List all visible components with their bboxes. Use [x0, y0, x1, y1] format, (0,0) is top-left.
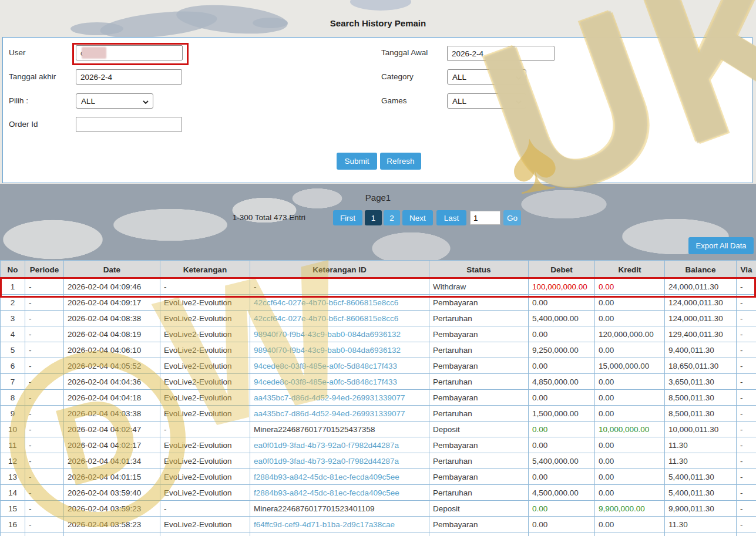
chevron-down-icon	[516, 97, 522, 106]
cell-date: 2026-02-04 04:03:38	[64, 406, 160, 422]
cell-empty	[1, 532, 25, 536]
export-all-data-button[interactable]: Export All Data	[688, 237, 754, 254]
cell-via: -	[737, 295, 756, 311]
cell-periode: -	[25, 517, 64, 532]
cell-periode: -	[25, 469, 64, 485]
history-table: No Periode Date Keterangan Keterangan ID…	[0, 260, 756, 536]
cell-keterangan: EvoLive2-Evolution	[160, 390, 250, 406]
cell-via: -	[737, 517, 756, 532]
cell-via: -	[737, 485, 756, 501]
cell-status: Pembayaran	[429, 390, 529, 406]
tanggal-awal-input[interactable]	[447, 46, 555, 61]
cell-kredit: 0.00	[595, 517, 665, 532]
cell-balance: 129,400,011.30	[665, 326, 737, 342]
cell-via: -	[737, 469, 756, 485]
tanggal-akhir-input[interactable]	[76, 69, 182, 85]
keterangan-id-link[interactable]: 42ccf64c-027e-4b70-b6cf-8606815e8cc6	[250, 295, 429, 311]
cell-periode: -	[25, 326, 64, 342]
cell-via: -	[737, 358, 756, 374]
keterangan-id-link[interactable]: 42ccf64c-027e-4b70-b6cf-8606815e8cc6	[250, 311, 429, 326]
keterangan-id-link[interactable]: f64ffc9d-cef9-4d71-b1ba-2d9c17a38cae	[250, 517, 429, 532]
cell-debet: 4,850,000.00	[529, 374, 595, 390]
table-header-row: No Periode Date Keterangan Keterangan ID…	[1, 261, 756, 279]
cell-keterangan: -	[160, 279, 250, 295]
cell-kredit: 0.00	[595, 390, 665, 406]
cell-date: 2026-02-04 04:05:52	[64, 358, 160, 374]
user-input[interactable]	[76, 45, 183, 60]
cell-debet: 1,500,000.00	[529, 406, 595, 422]
page-2-button[interactable]: 2	[384, 210, 400, 225]
chevron-down-icon	[516, 73, 522, 82]
cell-empty	[25, 532, 64, 536]
games-select[interactable]: ALL	[447, 93, 526, 109]
games-select-value: ALL	[452, 97, 466, 106]
cell-balance: 3,650,011.30	[665, 374, 737, 390]
page-number-input[interactable]	[470, 211, 500, 225]
col-header-keterangan: Keterangan	[160, 261, 250, 279]
cell-empty	[64, 532, 160, 536]
pilih-select[interactable]: ALL	[76, 93, 153, 109]
tanggal-akhir-label: Tanggal akhir	[9, 72, 56, 81]
cell-status: Pembayaran	[429, 326, 529, 342]
cell-no: 16	[1, 517, 25, 532]
submit-button[interactable]: Submit	[337, 153, 377, 170]
keterangan-id-link[interactable]: aa435bc7-d86d-4d52-94ed-269931339077	[250, 406, 429, 422]
cell-via: -	[737, 501, 756, 517]
last-page-button[interactable]: Last	[436, 210, 466, 225]
cell-status: Withdraw	[429, 279, 529, 295]
cell-no: 13	[1, 469, 25, 485]
cell-keterangan: EvoLive2-Evolution	[160, 437, 250, 453]
refresh-button[interactable]: Refresh	[380, 153, 421, 170]
order-id-input[interactable]	[76, 117, 182, 132]
table-row: 16-2026-02-04 03:58:23EvoLive2-Evolution…	[1, 517, 756, 532]
cell-periode: -	[25, 422, 64, 437]
go-button[interactable]: Go	[503, 210, 521, 225]
cell-kredit: 0.00	[595, 311, 665, 326]
cell-debet: 0.00	[529, 469, 595, 485]
cell-periode: -	[25, 390, 64, 406]
keterangan-id-link[interactable]: 94cede8c-03f8-485e-a0fc-5d848c17f433	[250, 358, 429, 374]
keterangan-id-link[interactable]: ea0f01d9-3fad-4b73-92a0-f7982d44287a	[250, 453, 429, 469]
keterangan-id-link[interactable]: ea0f01d9-3fad-4b73-92a0-f7982d44287a	[250, 437, 429, 453]
cell-keterangan: EvoLive2-Evolution	[160, 406, 250, 422]
category-select[interactable]: ALL	[447, 69, 526, 85]
pilih-label: Pilih :	[9, 96, 28, 105]
cell-date: 2026-02-04 03:59:40	[64, 485, 160, 501]
cell-empty	[160, 532, 250, 536]
cell-periode: -	[25, 342, 64, 358]
next-page-button[interactable]: Next	[402, 210, 433, 225]
keterangan-id-link[interactable]: 94cede8c-03f8-485e-a0fc-5d848c17f433	[250, 374, 429, 390]
cell-balance: 124,000,011.30	[665, 311, 737, 326]
cell-keterangan: EvoLive2-Evolution	[160, 517, 250, 532]
keterangan-id-link[interactable]: 98940f70-f9b4-43c9-bab0-084da6936132	[250, 342, 429, 358]
cell-no: 5	[1, 342, 25, 358]
category-select-value: ALL	[452, 73, 466, 82]
cell-status: Pembayaran	[429, 295, 529, 311]
cell-balance: 5,400,011.30	[665, 469, 737, 485]
cell-keterangan: EvoLive2-Evolution	[160, 326, 250, 342]
cell-date: 2026-02-04 04:04:18	[64, 390, 160, 406]
page-1-button[interactable]: 1	[365, 210, 382, 225]
first-page-button[interactable]: First	[333, 210, 362, 225]
page-indicator: Page1	[0, 193, 756, 203]
table-row: 6-2026-02-04 04:05:52EvoLive2-Evolution9…	[1, 358, 756, 374]
keterangan-id-link[interactable]: f2884b93-a842-45dc-81ec-fecda409c5ee	[250, 469, 429, 485]
cell-balance: 10,000,011.30	[665, 422, 737, 437]
cell-empty	[529, 532, 595, 536]
cell-keterangan: EvoLive2-Evolution	[160, 295, 250, 311]
cell-status: Pertaruhan	[429, 406, 529, 422]
cell-date: 2026-02-04 03:59:23	[64, 501, 160, 517]
keterangan-id-link[interactable]: aa435bc7-d86d-4d52-94ed-269931339077	[250, 390, 429, 406]
keterangan-id-link[interactable]: f2884b93-a842-45dc-81ec-fecda409c5ee	[250, 485, 429, 501]
cell-date: 2026-02-04 04:04:36	[64, 374, 160, 390]
table-row: 1-2026-02-04 04:09:46--Withdraw100,000,0…	[1, 279, 756, 295]
cell-periode: -	[25, 374, 64, 390]
cell-via: -	[737, 406, 756, 422]
cell-balance: 11.30	[665, 437, 737, 453]
cell-debet: 0.00	[529, 358, 595, 374]
cell-debet: 0.00	[529, 517, 595, 532]
keterangan-id-link[interactable]: 98940f70-f9b4-43c9-bab0-084da6936132	[250, 326, 429, 342]
cell-balance: 124,000,011.30	[665, 295, 737, 311]
col-header-no: No	[1, 261, 25, 279]
cell-balance: 8,500,011.30	[665, 390, 737, 406]
